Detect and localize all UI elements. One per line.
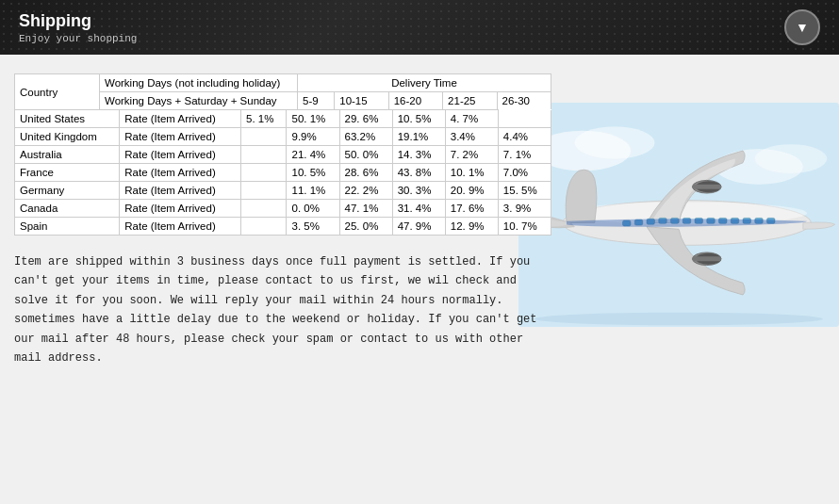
au-v5: 7. 2% xyxy=(445,146,498,164)
country-label: Country xyxy=(15,74,100,110)
us-v2: 50. 1% xyxy=(287,110,339,128)
us-v1: 5. 1% xyxy=(241,110,287,128)
uk-v6: 4.4% xyxy=(498,128,551,146)
es-v6: 10. 7% xyxy=(498,218,551,236)
es-desc: Rate (Item Arrived) xyxy=(120,218,241,236)
ca-row: Canada Rate (Item Arrived) 0. 0% 47. 1% … xyxy=(15,200,551,218)
main-content: Country Working Days (not including holi… xyxy=(0,55,839,504)
es-v3: 25. 0% xyxy=(339,218,392,236)
uk-v3: 63.2% xyxy=(339,128,392,146)
us-v3: 29. 6% xyxy=(339,110,392,128)
col-header-5b: 26-30 xyxy=(497,92,551,110)
row-header-2: Working Days + Saturday + Sunday xyxy=(100,92,298,110)
shipping-table: Country Working Days (not including holi… xyxy=(14,73,551,110)
ca-v4: 31. 4% xyxy=(392,200,445,218)
au-v3: 50. 0% xyxy=(339,146,392,164)
header-title: Shipping xyxy=(19,11,137,31)
shipping-note: Item are shipped within 3 business days … xyxy=(14,252,551,367)
us-country: United States xyxy=(15,110,120,128)
fr-row: France Rate (Item Arrived) 10. 5% 28. 6%… xyxy=(15,164,551,182)
de-v6: 15. 5% xyxy=(498,182,551,200)
ca-v5: 17. 6% xyxy=(445,200,498,218)
au-row: Australia Rate (Item Arrived) 21. 4% 50.… xyxy=(15,146,551,164)
col-header-3b: 16-20 xyxy=(388,92,442,110)
us-desc: Rate (Item Arrived) xyxy=(120,110,241,128)
us-row: United States Rate (Item Arrived) 5. 1% … xyxy=(15,110,551,128)
fr-v2: 10. 5% xyxy=(287,164,339,182)
col-header-1b: 5-9 xyxy=(298,92,335,110)
delivery-time-header-row: Country Working Days (not including holi… xyxy=(15,74,551,92)
header: Shipping Enjoy your shopping ▼ xyxy=(0,0,839,55)
de-v4: 30. 3% xyxy=(392,182,445,200)
left-panel: Country Working Days (not including holi… xyxy=(14,73,556,495)
de-v2: 11. 1% xyxy=(287,182,339,200)
uk-row: United Kingdom Rate (Item Arrived) 9.9% … xyxy=(15,128,551,146)
de-country: Germany xyxy=(15,182,120,200)
ca-v2: 0. 0% xyxy=(287,200,339,218)
uk-v1 xyxy=(241,128,287,146)
es-country: Spain xyxy=(15,218,120,236)
es-v4: 47. 9% xyxy=(392,218,445,236)
airplane-svg xyxy=(518,83,839,347)
ca-country: Canada xyxy=(15,200,120,218)
de-desc: Rate (Item Arrived) xyxy=(120,182,241,200)
fr-v4: 43. 8% xyxy=(392,164,445,182)
uk-country: United Kingdom xyxy=(15,128,120,146)
right-panel xyxy=(556,73,825,495)
es-v1 xyxy=(241,218,287,236)
fr-country: France xyxy=(15,164,120,182)
ca-v1 xyxy=(241,200,287,218)
svg-rect-12 xyxy=(692,256,721,261)
svg-point-26 xyxy=(535,313,823,326)
airplane-image xyxy=(518,83,839,347)
au-v2: 21. 4% xyxy=(287,146,339,164)
row-header-1: Working Days (not including holiday) xyxy=(100,74,298,92)
svg-point-4 xyxy=(755,144,828,173)
fr-desc: Rate (Item Arrived) xyxy=(120,164,241,182)
au-v4: 14. 3% xyxy=(392,146,445,164)
es-v2: 3. 5% xyxy=(287,218,339,236)
ca-desc: Rate (Item Arrived) xyxy=(120,200,241,218)
au-desc: Rate (Item Arrived) xyxy=(120,146,241,164)
de-v3: 22. 2% xyxy=(339,182,392,200)
header-dropdown-icon[interactable]: ▼ xyxy=(784,9,820,45)
header-subtitle: Enjoy your shopping xyxy=(19,33,137,44)
uk-desc: Rate (Item Arrived) xyxy=(120,128,241,146)
de-v1 xyxy=(241,182,287,200)
es-v5: 12. 9% xyxy=(445,218,498,236)
fr-v6: 7.0% xyxy=(498,164,551,182)
delivery-time-label: Delivery Time xyxy=(298,74,551,92)
shipping-table-main: United States Rate (Item Arrived) 5. 1% … xyxy=(14,109,551,236)
au-v1 xyxy=(241,146,287,164)
svg-point-2 xyxy=(575,127,655,159)
ca-v6: 3. 9% xyxy=(498,200,551,218)
uk-v4: 19.1% xyxy=(392,128,445,146)
fr-v5: 10. 1% xyxy=(445,164,498,182)
svg-rect-9 xyxy=(692,185,721,189)
us-v5: 4. 7% xyxy=(445,110,498,128)
uk-v5: 3.4% xyxy=(445,128,498,146)
header-text-block: Shipping Enjoy your shopping xyxy=(19,11,137,44)
fr-v3: 28. 6% xyxy=(339,164,392,182)
fr-v1 xyxy=(241,164,287,182)
es-row: Spain Rate (Item Arrived) 3. 5% 25. 0% 4… xyxy=(15,218,551,236)
de-row: Germany Rate (Item Arrived) 11. 1% 22. 2… xyxy=(15,182,551,200)
ca-v3: 47. 1% xyxy=(339,200,392,218)
au-country: Australia xyxy=(15,146,120,164)
us-v4: 10. 5% xyxy=(392,110,445,128)
au-v6: 7. 1% xyxy=(498,146,551,164)
col-header-2b: 10-15 xyxy=(335,92,388,110)
uk-v2: 9.9% xyxy=(287,128,339,146)
de-v5: 20. 9% xyxy=(445,182,498,200)
col-header-4b: 21-25 xyxy=(443,92,497,110)
